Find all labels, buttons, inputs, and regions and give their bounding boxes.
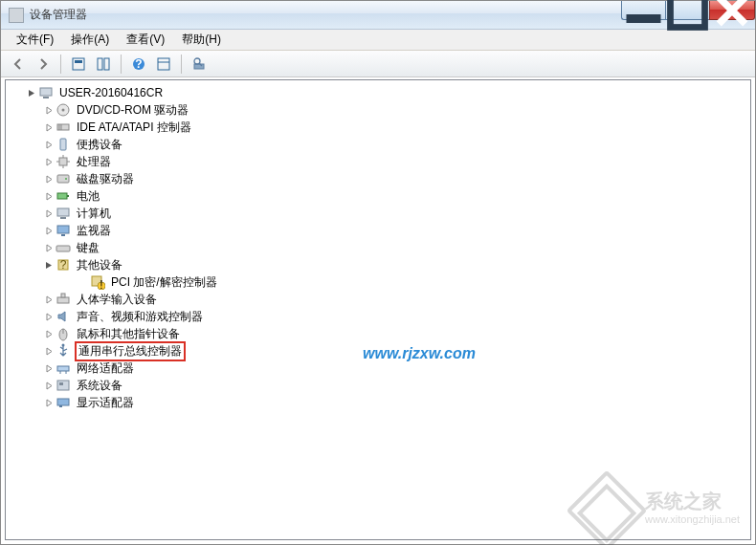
tree-item[interactable]: 计算机 (8, 205, 750, 222)
tree-item[interactable]: 电池 (8, 187, 750, 205)
dvd-icon (56, 102, 71, 118)
tree-item[interactable]: DVD/CD-ROM 驱动器 (8, 101, 750, 119)
ide-icon (56, 120, 71, 135)
collapse-icon[interactable] (42, 258, 56, 272)
svg-rect-34 (56, 246, 70, 251)
expand-icon[interactable] (42, 396, 56, 409)
tree-item[interactable]: 监视器 (8, 222, 750, 239)
tree-item-label: 声音、视频和游戏控制器 (75, 308, 205, 326)
menu-action[interactable]: 操作(A) (63, 30, 117, 50)
minimize-button[interactable] (621, 1, 665, 20)
tree-item[interactable]: 键盘 (8, 239, 750, 256)
svg-rect-14 (43, 97, 49, 98)
expand-icon[interactable] (42, 120, 56, 134)
maximize-button[interactable] (665, 1, 709, 20)
tree-item-label-highlighted: 通用串行总线控制器 (75, 341, 186, 361)
leaf-spacer (77, 275, 90, 289)
menu-view[interactable]: 查看(V) (119, 30, 172, 50)
tree-item[interactable]: 鼠标和其他指针设备 (8, 325, 750, 342)
expand-icon[interactable] (42, 224, 56, 237)
menu-file[interactable]: 文件(F) (9, 30, 61, 50)
svg-rect-29 (67, 195, 69, 197)
tree-root-label: USER-20160416CR (57, 85, 165, 100)
toolbar-sep (60, 54, 61, 74)
toolbar-sep (181, 54, 182, 74)
tb-btn-3[interactable] (152, 54, 175, 75)
menu-help[interactable]: 帮助(H) (174, 30, 229, 50)
expand-icon[interactable] (42, 379, 56, 392)
network-icon (56, 360, 71, 376)
tree-item[interactable]: 网络适配器 (8, 360, 750, 377)
svg-rect-51 (59, 405, 62, 407)
collapse-icon[interactable] (25, 86, 38, 99)
tree-item[interactable]: 磁盘驱动器 (8, 170, 750, 187)
tree-child[interactable]: !PCI 加密/解密控制器 (8, 273, 750, 291)
svg-point-44 (62, 344, 65, 347)
menubar: 文件(F) 操作(A) 查看(V) 帮助(H) (1, 30, 755, 51)
warning-device-icon: ! (90, 274, 105, 290)
expand-icon[interactable] (42, 293, 56, 306)
tree-item[interactable]: IDE ATA/ATAPI 控制器 (8, 119, 750, 136)
tree-item-other[interactable]: ?其他设备 (8, 256, 750, 273)
back-button[interactable] (7, 54, 30, 75)
tb-btn-1[interactable] (67, 54, 90, 75)
tree-item[interactable]: 便携设备 (8, 136, 750, 153)
tree-item[interactable]: 处理器 (8, 153, 750, 170)
svg-rect-30 (57, 208, 69, 216)
svg-point-16 (62, 109, 65, 112)
tree-item-label: 系统设备 (75, 377, 124, 395)
expand-icon[interactable] (42, 207, 56, 220)
expand-icon[interactable] (42, 155, 56, 168)
svg-rect-28 (57, 193, 67, 199)
tree-item[interactable]: 显示适配器 (8, 394, 750, 411)
device-tree[interactable]: USER-20160416CR DVD/CD-ROM 驱动器 IDE ATA/A… (5, 79, 751, 540)
tree-child-label: PCI 加密/解密控制器 (109, 273, 219, 292)
computer-small-icon (56, 206, 71, 221)
system-icon (56, 378, 71, 393)
svg-rect-0 (627, 14, 661, 23)
expand-icon[interactable] (42, 327, 56, 340)
expand-icon[interactable] (42, 310, 56, 323)
cpu-icon (56, 154, 71, 169)
expand-icon[interactable] (42, 361, 56, 375)
tree-item-label: 电池 (75, 187, 101, 206)
svg-rect-13 (40, 88, 52, 96)
expand-icon[interactable] (42, 241, 56, 254)
expand-icon[interactable] (42, 138, 56, 151)
close-button[interactable] (709, 1, 755, 20)
tree-item-label: 计算机 (75, 205, 113, 223)
scan-hardware-button[interactable] (188, 54, 211, 75)
svg-text:!: ! (100, 278, 102, 290)
help-button[interactable]: ? (127, 54, 150, 75)
tree-item-label: 网络适配器 (75, 360, 136, 378)
tree-item-label: 其他设备 (75, 256, 124, 274)
forward-button[interactable] (32, 54, 55, 75)
tree-item-label: 监视器 (75, 222, 113, 240)
svg-rect-8 (158, 58, 169, 70)
expand-icon[interactable] (42, 344, 56, 358)
expand-icon[interactable] (42, 172, 56, 185)
tree-item-usb[interactable]: 通用串行总线控制器 (8, 342, 750, 360)
tree-item[interactable]: 系统设备 (8, 377, 750, 394)
expand-icon[interactable] (42, 189, 56, 203)
tree-item-label: 处理器 (75, 153, 113, 171)
tree-item-label: 人体学输入设备 (75, 291, 159, 309)
tb-btn-2[interactable] (92, 54, 115, 75)
svg-rect-10 (194, 64, 204, 69)
tree-item-label: IDE ATA/ATAPI 控制器 (75, 119, 193, 137)
svg-rect-31 (60, 217, 66, 219)
svg-rect-1 (671, 0, 705, 28)
app-icon (9, 8, 24, 23)
tree-item-label: 显示适配器 (75, 394, 136, 412)
titlebar: 设备管理器 (1, 1, 755, 30)
svg-rect-50 (57, 399, 69, 405)
svg-rect-45 (57, 366, 69, 371)
tree-item[interactable]: 声音、视频和游戏控制器 (8, 308, 750, 325)
tree-item[interactable]: 人体学输入设备 (8, 291, 750, 308)
tree-root[interactable]: USER-20160416CR (8, 84, 750, 101)
disk-icon (56, 171, 71, 186)
tree-item-label: DVD/CD-ROM 驱动器 (75, 101, 190, 120)
expand-icon[interactable] (42, 103, 56, 117)
keyboard-icon (56, 240, 71, 255)
svg-rect-4 (98, 58, 102, 70)
